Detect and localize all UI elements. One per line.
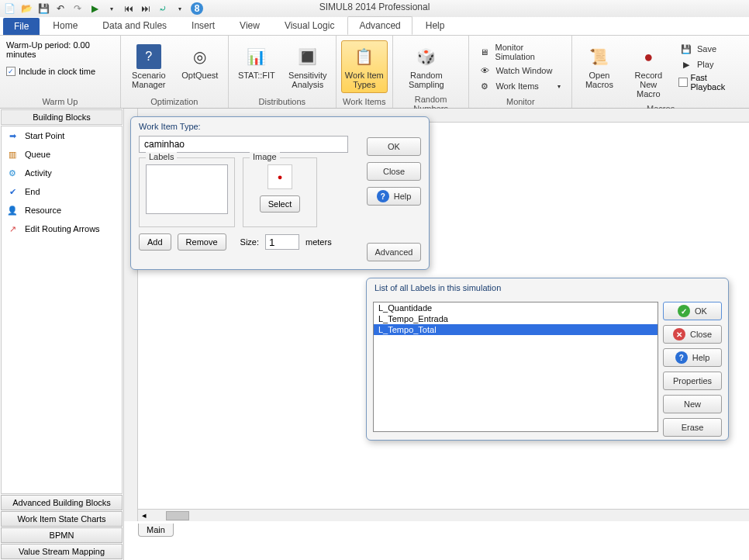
- work-item-state-charts-button[interactable]: Work Item State Charts: [1, 511, 123, 527]
- target-icon: ◎: [188, 44, 212, 69]
- file-tab[interactable]: File: [3, 18, 40, 35]
- building-blocks-list: ➡Start Point ▥Queue ⚙Activity ✔End 👤Reso…: [1, 126, 123, 494]
- open-macros-button[interactable]: 📜 Open Macros: [577, 40, 621, 93]
- help-button[interactable]: ?Help: [367, 187, 421, 206]
- work-item-name-input[interactable]: [139, 136, 348, 153]
- group-monitor: Monitor: [474, 95, 567, 108]
- help-icon: ?: [377, 190, 389, 202]
- scenario-icon: ?: [136, 44, 161, 69]
- chevron-down-icon: ▾: [557, 83, 561, 90]
- tab-data-rules[interactable]: Data and Rules: [91, 16, 178, 35]
- close-button[interactable]: Close: [367, 162, 421, 181]
- skip-fwd-icon[interactable]: ⏭: [140, 2, 152, 15]
- add-label-button[interactable]: Add: [139, 233, 171, 251]
- tab-advanced[interactable]: Advanced: [347, 16, 412, 35]
- monitor-simulation-button[interactable]: 🖥Monitor Simulation: [477, 42, 564, 62]
- group-workitems: Work Items: [341, 95, 388, 108]
- play-icon: ▶: [680, 58, 692, 71]
- list-item[interactable]: L_Quantidade: [374, 302, 658, 313]
- value-stream-mapping-button[interactable]: Value Stream Mapping: [1, 544, 123, 559]
- advanced-button[interactable]: Advanced: [367, 243, 421, 261]
- dropdown-icon[interactable]: ▾: [174, 2, 186, 15]
- image-caption: Image: [250, 152, 280, 161]
- work-items-dropdown[interactable]: ⚙Work Items▾: [477, 79, 564, 93]
- run-icon[interactable]: ▶: [88, 2, 101, 15]
- sidebar-item-start-point[interactable]: ➡Start Point: [2, 126, 122, 145]
- macros-icon: 📜: [587, 44, 612, 69]
- work-item-types-button[interactable]: 📋 Work Item Types: [341, 40, 388, 93]
- statfit-icon: 📊: [244, 44, 269, 69]
- main-sheet-tab[interactable]: Main: [138, 524, 174, 537]
- group-optimization: Optimization: [126, 95, 223, 108]
- labels-new-button[interactable]: New: [663, 395, 722, 413]
- check-icon: ✓: [678, 305, 690, 317]
- record-icon: ●: [636, 44, 661, 69]
- eight-icon[interactable]: 8: [191, 2, 203, 15]
- sidebar-item-end[interactable]: ✔End: [2, 182, 122, 201]
- labels-help-button[interactable]: ?Help: [663, 348, 722, 367]
- sidebar-item-routing[interactable]: ↗Edit Routing Arrows: [2, 220, 122, 238]
- bpmn-button[interactable]: BPMN: [1, 527, 123, 543]
- select-image-button[interactable]: Select: [260, 195, 301, 213]
- size-unit: meters: [305, 237, 332, 247]
- dropdown-icon[interactable]: ▾: [105, 2, 118, 15]
- labels-ok-button[interactable]: ✓OK: [663, 302, 722, 320]
- skip-back-icon[interactable]: ⏮: [123, 2, 135, 15]
- tab-help[interactable]: Help: [414, 16, 457, 35]
- save-icon[interactable]: 💾: [37, 2, 50, 15]
- remove-label-button[interactable]: Remove: [178, 233, 226, 251]
- new-icon[interactable]: 📄: [3, 2, 16, 15]
- list-item-selected[interactable]: L_Tempo_Total: [374, 324, 658, 335]
- gear-icon: ⚙: [478, 80, 491, 92]
- sensitivity-icon: 🔳: [295, 44, 320, 69]
- tab-home[interactable]: Home: [41, 16, 89, 35]
- horizontal-scrollbar[interactable]: ◂: [138, 509, 749, 521]
- statfit-button[interactable]: 📊 STAT::FIT: [233, 40, 280, 84]
- tab-view[interactable]: View: [228, 16, 271, 35]
- person-icon: 👤: [6, 204, 19, 216]
- list-item[interactable]: L_Tempo_Entrada: [374, 313, 658, 324]
- labels-listbox[interactable]: [146, 164, 228, 214]
- labels-caption: Labels: [146, 152, 177, 161]
- undo-icon[interactable]: ↶: [54, 2, 67, 15]
- tab-insert[interactable]: Insert: [180, 16, 226, 35]
- size-input[interactable]: [265, 234, 299, 250]
- save-macro-button[interactable]: 💾Save: [678, 42, 741, 56]
- sidebar-item-queue[interactable]: ▥Queue: [2, 145, 122, 164]
- routing-icon: ↗: [6, 223, 19, 235]
- labels-list-dialog: List of all Labels in this simulation L_…: [366, 278, 729, 441]
- random-sampling-button[interactable]: 🎲 Random Sampling: [398, 40, 455, 93]
- record-macro-button[interactable]: ● Record New Macro: [626, 40, 671, 102]
- workitem-icon: 📋: [352, 44, 377, 69]
- ok-button[interactable]: OK: [367, 137, 421, 156]
- open-icon[interactable]: 📂: [20, 2, 33, 15]
- app-title: SIMUL8 2014 Professional: [319, 2, 430, 12]
- tab-visual-logic[interactable]: Visual Logic: [273, 16, 347, 35]
- include-clock-checkbox[interactable]: ✓ Include in clock time: [6, 67, 95, 76]
- fast-playback-checkbox[interactable]: Fast Playback: [678, 73, 741, 92]
- redo-icon[interactable]: ↷: [71, 2, 84, 15]
- play-macro-button[interactable]: ▶Play: [678, 57, 741, 71]
- include-clock-label: Include in clock time: [19, 67, 95, 76]
- labels-dialog-title: List of all Labels in this simulation: [367, 278, 728, 294]
- optquest-button[interactable]: ◎ OptQuest: [177, 40, 223, 84]
- building-blocks-header[interactable]: Building Blocks: [1, 109, 123, 125]
- ribbon: Warm-Up period: 0.00 minutes ✓ Include i…: [0, 36, 749, 109]
- warmup-period-label: Warm-Up period: 0.00 minutes: [6, 40, 116, 59]
- watch-window-button[interactable]: 👁Watch Window: [477, 64, 564, 78]
- reset-icon[interactable]: ⤾: [157, 2, 169, 15]
- menu-bar: File Home Data and Rules Insert View Vis…: [0, 17, 749, 36]
- sensitivity-button[interactable]: 🔳 Sensitivity Analysis: [285, 40, 331, 93]
- advanced-building-blocks-button[interactable]: Advanced Building Blocks: [1, 495, 123, 510]
- labels-properties-button[interactable]: Properties: [663, 372, 722, 390]
- labels-close-button[interactable]: ✕Close: [663, 325, 722, 344]
- close-icon: ✕: [673, 328, 685, 340]
- size-label: Size:: [240, 237, 259, 247]
- monitor-icon: 🖥: [478, 46, 490, 58]
- sidebar-item-resource[interactable]: 👤Resource: [2, 201, 122, 220]
- work-item-type-dialog: Work Item Type: Labels Image ● Select Ad…: [130, 116, 430, 270]
- labels-erase-button[interactable]: Erase: [663, 418, 722, 437]
- scenario-manager-button[interactable]: ? Scenario Manager: [126, 40, 172, 93]
- sidebar-item-activity[interactable]: ⚙Activity: [2, 164, 122, 182]
- labels-simulation-listbox[interactable]: L_Quantidade L_Tempo_Entrada L_Tempo_Tot…: [373, 302, 658, 432]
